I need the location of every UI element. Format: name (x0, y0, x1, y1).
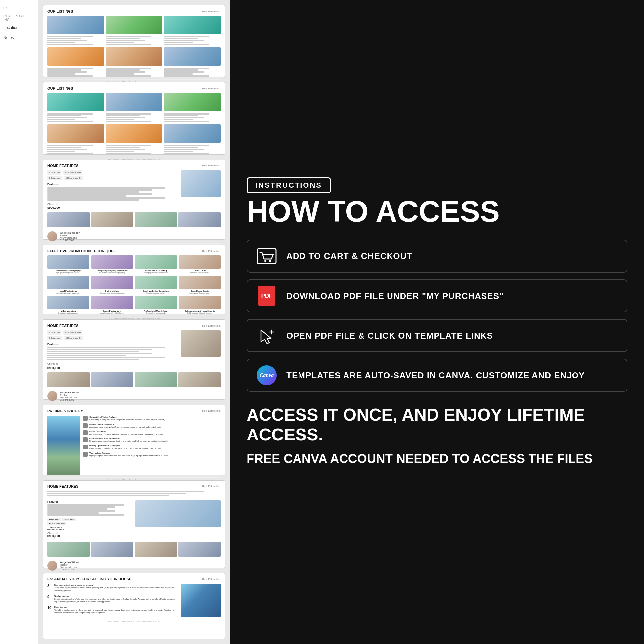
step-icon-area-4: Canva (255, 365, 278, 385)
offered-label-3: Offered at (47, 532, 133, 534)
sidebar-logo: Real Estate Inc. (0, 13, 38, 23)
price-offered-2: $900,000 (47, 366, 178, 371)
pricing-item-4: Comparable Property EvaluationEvaluating… (83, 437, 221, 443)
sidebar-top-label: ES (0, 3, 38, 13)
hf-small-img-3-4 (178, 542, 221, 557)
promo-item-1: Professional Photography High-quality im… (47, 255, 89, 274)
hf-images-row-3 (47, 542, 221, 557)
step-icon-area-2: PDF (255, 286, 278, 306)
agent-signature-2: Angelica Wilson Realtor Yourwebsite.com … (47, 391, 221, 401)
step-card-3: OPEN PDF FILE & CLICK ON TEMPLATE LINKS (247, 319, 627, 352)
pricing-icon-2 (83, 423, 88, 428)
doc-title-listings1: OUR LISTINGS (47, 9, 73, 13)
bottom-heading: ACCESS IT ONCE, AND ENJOY LIFETIME ACCES… (247, 405, 627, 445)
promo-item-3: Social Media Marketing Leveraging social… (135, 255, 177, 274)
listing-img-2-6 (164, 124, 221, 143)
promo-img-8 (179, 276, 221, 289)
sidebar-item-location[interactable]: Location (0, 23, 38, 33)
pricing-icon-4 (83, 437, 88, 442)
pricing-content: Competitive Pricing AnalysisConducting a… (47, 416, 221, 475)
listing-img-2-3 (164, 93, 221, 111)
promo-item-10: Drone Photography Aerial photography to … (91, 296, 133, 314)
promo-item-5: Local Publications Advertising in local … (47, 276, 89, 294)
listing-img-3 (164, 16, 221, 34)
pricing-icon-1 (83, 416, 88, 421)
promo-grid-middle: Local Publications Advertising in local … (47, 276, 221, 294)
doc-title-pricing: PRICING STRATEGY (47, 409, 83, 413)
step-card-4: Canva TEMPLATES ARE AUTO-SAVED IN CANVA.… (247, 359, 627, 392)
promo-img-12 (179, 296, 221, 309)
hf-main-img-2 (181, 330, 221, 357)
hf-small-img-2-3 (135, 372, 177, 387)
pricing-main-img (47, 416, 80, 475)
hf-images-row-2 (47, 372, 221, 387)
promo-item-9: Video Marketing Creating engaging videos… (47, 296, 89, 314)
hf-small-img-3-3 (135, 542, 177, 557)
doc-logo-listings1: Real Estate Inc. (202, 10, 221, 13)
offered-label-1: Offered at (47, 203, 178, 206)
home-features-content-3: Features: 4 Bedrooms 3 Bathrooms 4254 Sq… (47, 491, 221, 571)
step-item-8: 8 Sign the contract and prepare for clos… (47, 584, 178, 592)
pricing-item-6: Value-Added FeaturesHighlighting the uni… (83, 452, 221, 457)
listing-img-6 (164, 47, 221, 66)
hf-small-img-2-2 (91, 372, 133, 387)
doc-title-steps: ESSENTIAL STEPS FOR SELLING YOUR HOUSE (47, 577, 131, 581)
left-sidebar: ES Real Estate Inc. Location Notes (0, 0, 38, 644)
doc-footer-steps: Real Estate Inc. | Home Buyer Guide | ww… (47, 619, 221, 622)
canva-logo-icon: Canva (257, 365, 277, 385)
hf-small-img-2 (91, 212, 133, 227)
step-icon-area-1 (255, 246, 278, 266)
promo-img-6 (91, 276, 133, 289)
promo-img-2 (91, 255, 133, 269)
hf-main-img-1 (181, 170, 221, 197)
promo-grid-bottom: Video Marketing Creating engaging videos… (47, 296, 221, 314)
doc-logo-hf2: Real Estate Inc. (202, 324, 221, 327)
doc-our-listings-2: OUR LISTINGS Real Estate Inc. Real Estat… (43, 82, 225, 154)
sidebar-item-notes[interactable]: Notes (0, 33, 38, 43)
pricing-icon-6 (83, 452, 88, 457)
doc-logo-pricing: Real Estate Inc. (202, 409, 221, 412)
agent-avatar-1 (47, 231, 57, 241)
cart-icon (257, 248, 277, 264)
listing-img-4 (47, 47, 104, 66)
listing-img-5 (106, 47, 162, 66)
doc-promo-techniques: EFFECTIVE PROMOTION TECHNIQUES Real Esta… (43, 245, 225, 314)
listing-img-2-4 (47, 124, 104, 143)
pricing-icon-3 (83, 430, 88, 435)
listing-grid-1 (47, 16, 221, 77)
agent-text-3: Angelica Wilson Realtor Yourwebsite.com … (60, 561, 80, 571)
steps-list: 8 Sign the contract and prepare for clos… (47, 584, 178, 617)
doc-home-features-3: HOME FEATURES Real Estate Inc. Features:… (43, 480, 225, 568)
listing-img-1 (47, 16, 104, 34)
hf-main-img-3 (135, 500, 221, 527)
promo-img-11 (135, 296, 177, 309)
agent-avatar-3 (47, 561, 57, 571)
agent-text-2: Angelica Wilson Realtor Yourwebsite.com … (60, 391, 80, 401)
step-icon-area-3 (255, 326, 278, 345)
listing-img-2-5 (106, 124, 162, 143)
right-panel: INSTRUCTIONS HOW TO ACCESS ADD TO CART &… (230, 0, 644, 644)
hf-images-row-1 (47, 212, 221, 227)
agent-avatar-2 (47, 391, 57, 401)
hf-small-img-4 (178, 212, 221, 227)
pricing-item-5: Pricing Optimization TechniquesEmploying… (83, 444, 221, 450)
instructions-badge: INSTRUCTIONS (247, 177, 331, 193)
pricing-item-3: Pricing StrategiesUnderstanding pricing … (83, 430, 221, 436)
doc-title-listings2: OUR LISTINGS (47, 86, 73, 90)
svg-point-1 (264, 260, 266, 262)
promo-item-6: Online Listings Ensuring accurate and en… (91, 276, 133, 294)
pricing-item-1: Competitive Pricing AnalysisConducting a… (83, 416, 221, 421)
step-card-text-2: DOWNLOAD PDF FILE UNDER "MY PURCHASES" (286, 291, 504, 301)
promo-img-10 (91, 296, 133, 309)
step-item-10: 10 Close the sale Attend the closing mee… (47, 606, 178, 614)
hf-small-img-3-2 (91, 542, 133, 557)
pricing-items: Competitive Pricing AnalysisConducting a… (83, 416, 221, 475)
doc-our-listings-1: OUR LISTINGS Real Estate Inc. (43, 5, 225, 77)
promo-img-1 (47, 255, 89, 269)
promo-img-9 (47, 296, 89, 309)
home-features-content-1: 4 Bedrooms 4254 Square Feet 2 Bathrooms … (47, 170, 221, 241)
listing-img-2-1 (47, 93, 104, 111)
hf-small-img-3 (135, 212, 177, 227)
svg-rect-0 (257, 249, 276, 264)
promo-item-12: Collaborating with Local Agents Building… (179, 296, 221, 314)
